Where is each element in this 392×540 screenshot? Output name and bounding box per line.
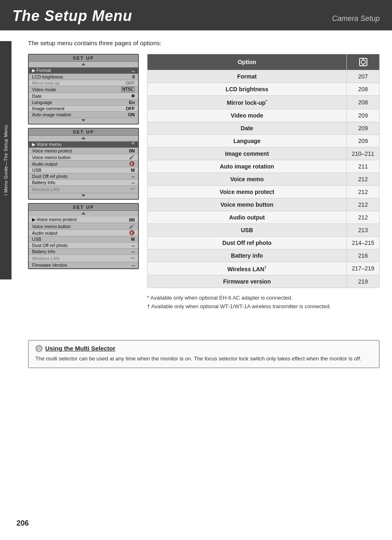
table-header-option: Option: [148, 54, 347, 70]
table-cell-option: Firmware version: [148, 275, 347, 288]
table-row: Dust Off ref photo214–215: [148, 236, 380, 249]
table-cell-option: Wireless LAN†: [148, 262, 347, 275]
page-header: The Setup Menu Camera Setup: [0, 0, 392, 30]
bottom-section: Q Using the Multi Selector The multi sel…: [12, 336, 392, 376]
lcd-screen-2: SET UP ▶ Voice memo 🎤 Voice memo protect…: [28, 128, 139, 200]
lcd-header-2: SET UP: [29, 129, 138, 136]
table-cell-option: Audio output: [148, 211, 347, 224]
lcd-row: USB M: [29, 167, 138, 173]
note-icon: Q: [35, 345, 43, 352]
table-cell-option: Voice memo: [148, 173, 347, 185]
lcd-header-3: SET UP: [29, 204, 138, 211]
table-cell-option: LCD brightness: [148, 83, 347, 96]
table-cell-option: Video mode: [148, 109, 347, 122]
table-cell-page: 213: [347, 224, 380, 236]
note-text: The multi selector can be used at any ti…: [35, 355, 372, 363]
lcd-row: LCD brightness 0: [29, 74, 138, 80]
table-cell-page: 216: [347, 249, 380, 262]
lcd-row: Image comment OFF: [29, 106, 138, 112]
lcd-row: ▶ Format --: [29, 67, 138, 74]
table-cell-option: Dust Off ref photo: [148, 236, 347, 249]
svg-point-1: [361, 60, 365, 64]
table-row: Audio output212: [148, 211, 380, 224]
table-cell-page: 209: [347, 122, 380, 134]
note-title: Q Using the Multi Selector: [35, 345, 372, 352]
page-number: 206: [16, 519, 29, 528]
lcd-arrow-down-1: [29, 118, 138, 124]
lcd-row: Dust Off ref photo --: [29, 173, 138, 180]
table-cell-page: 212: [347, 198, 380, 211]
table-row: USB213: [148, 224, 380, 236]
table-row: Battery info216: [148, 249, 380, 262]
table-cell-page: 217–219: [347, 262, 380, 275]
page-subtitle: Camera Setup: [332, 14, 380, 25]
table-header-page: [347, 54, 380, 70]
lcd-row: Wireless LAN 〜: [29, 186, 138, 193]
lcd-row: ▶ Voice memo protect 0N: [29, 217, 138, 223]
lcd-arrow-up-1: [29, 62, 138, 67]
table-row: LCD brightness208: [148, 83, 380, 96]
table-row: Voice memo button212: [148, 198, 380, 211]
table-cell-option: Battery info: [148, 249, 347, 262]
table-cell-option: Format: [148, 70, 347, 83]
table-cell-page: 207: [347, 70, 380, 83]
lcd-row: Mirror lock-up OFF: [29, 80, 138, 86]
table-cell-page: 219: [347, 275, 380, 288]
lcd-row: Voice memo button 🎤: [29, 223, 138, 230]
table-cell-option: Image comment: [148, 147, 347, 160]
table-row: Auto image rotation211: [148, 160, 380, 173]
lcd-row: Battery Info --: [29, 249, 138, 255]
table-cell-page: 211: [347, 160, 380, 173]
lcd-row: Audio output 🔇: [29, 161, 138, 167]
note-title-text: Using the Multi Selector: [45, 345, 115, 352]
table-cell-option: Auto image rotation: [148, 160, 347, 173]
table-row: Voice memo212: [148, 173, 380, 185]
table-row: Voice memo protect212: [148, 185, 380, 198]
table-cell-option: Date: [148, 122, 347, 134]
table-cell-page: 209: [347, 134, 380, 147]
table-cell-page: 208: [347, 96, 380, 109]
lcd-arrow-up-2: [29, 136, 138, 141]
note-box: Q Using the Multi Selector The multi sel…: [28, 340, 380, 368]
side-tab-label: i Menu Guide—The Setup Menu: [3, 125, 9, 195]
lcd-header-1: SET UP: [29, 55, 138, 62]
table-row: Video mode209: [148, 109, 380, 122]
lcd-screens-column: SET UP ▶ Format -- LCD brightness 0 Mirr…: [28, 54, 139, 269]
lcd-row: Audio output 🔇: [29, 230, 138, 236]
intro-text: The setup menu contains three pages of o…: [28, 39, 380, 46]
footnote-1: * Available only when optional EH-6 AC a…: [147, 294, 380, 302]
lcd-row: ▶ Voice memo 🎤: [29, 141, 138, 148]
table-cell-page: 214–215: [347, 236, 380, 249]
options-table: Option Format207LCD brightness208Mirror: [147, 54, 380, 288]
lcd-screen-1: SET UP ▶ Format -- LCD brightness 0 Mirr…: [28, 54, 139, 125]
lcd-row: Voice memo protect 0N: [29, 148, 138, 154]
page-title: The Setup Menu: [12, 7, 132, 25]
lcd-row: Firmware Version --: [29, 262, 138, 268]
table-row: Language209: [148, 134, 380, 147]
table-cell-option: Language: [148, 134, 347, 147]
table-cell-page: 212: [347, 185, 380, 198]
table-cell-page: 212: [347, 211, 380, 224]
table-cell-page: 208: [347, 83, 380, 96]
table-cell-option: Voice memo button: [148, 198, 347, 211]
table-row: Image comment210–211: [148, 147, 380, 160]
table-row: Date209: [148, 122, 380, 134]
main-content: The setup menu contains three pages of o…: [12, 30, 392, 319]
options-table-column: Option Format207LCD brightness208Mirror: [147, 54, 380, 311]
lcd-row: Battery Info --: [29, 180, 138, 186]
table-cell-page: 212: [347, 173, 380, 185]
table-cell-page: 210–211: [347, 147, 380, 160]
lcd-arrow-down-2: [29, 193, 138, 199]
lcd-row: Voice memo button 🎤: [29, 154, 138, 161]
table-row: Mirror lock-up*208: [148, 96, 380, 109]
lcd-row: Wireless LAN 〜: [29, 255, 138, 262]
lcd-row: Video mode NTSC: [29, 86, 138, 93]
side-tab: i Menu Guide—The Setup Menu: [0, 41, 12, 279]
table-row: Firmware version219: [148, 275, 380, 288]
lcd-row: Auto image rotation ON: [29, 112, 138, 118]
lcd-arrow-up-3: [29, 211, 138, 217]
lcd-row: Dust Off ref photo --: [29, 242, 138, 249]
table-cell-option: USB: [148, 224, 347, 236]
table-row: Wireless LAN†217–219: [148, 262, 380, 275]
table-row: Format207: [148, 70, 380, 83]
